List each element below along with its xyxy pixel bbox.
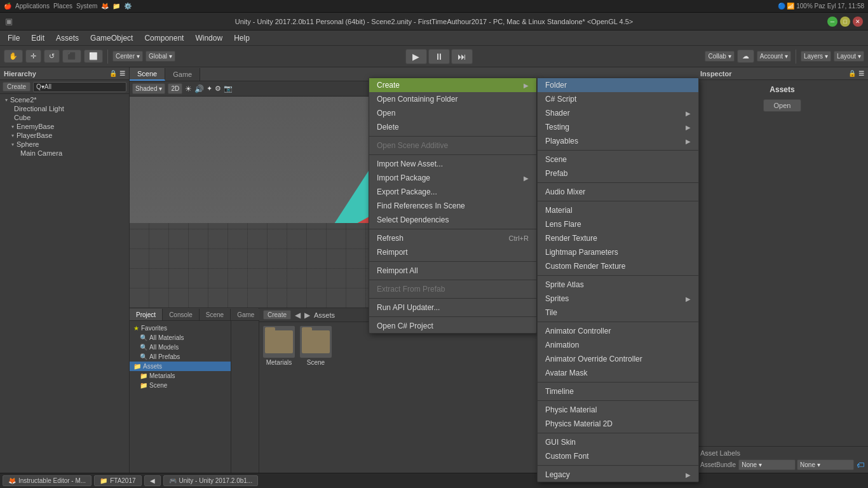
ctx-tile[interactable]: Tile bbox=[538, 306, 698, 320]
ctx-reimport-all[interactable]: Reimport All bbox=[369, 264, 536, 278]
ctx-refresh-shortcut: Ctrl+R bbox=[509, 234, 529, 242]
ctx-import-package-arrow-icon: ▶ bbox=[524, 175, 529, 182]
create-sep7 bbox=[538, 400, 698, 401]
ctx-animation-label: Animation bbox=[545, 341, 579, 349]
ctx-open-csharp-label: Open C# Project bbox=[377, 322, 433, 330]
ctx-playables-arrow-icon: ▶ bbox=[686, 138, 691, 145]
ctx-gui-skin[interactable]: GUI Skin bbox=[538, 435, 698, 449]
ctx-physics-material-2d[interactable]: Physics Material 2D bbox=[538, 417, 698, 431]
ctx-tile-label: Tile bbox=[545, 308, 557, 317]
ctx-physic-material[interactable]: Physic Material bbox=[538, 403, 698, 417]
ctx-folder-label: Folder bbox=[545, 81, 567, 90]
ctx-animator-ctrl-label: Animator Controller bbox=[545, 327, 611, 336]
ctx-delete-label: Delete bbox=[377, 123, 399, 132]
ctx-render-texture-label: Render Texture bbox=[545, 234, 597, 243]
ctx-testing-label: Testing bbox=[545, 123, 569, 132]
create-sep4 bbox=[538, 275, 698, 276]
ctx-sprites[interactable]: Sprites ▶ bbox=[538, 292, 698, 306]
ctx-csharp-script[interactable]: C# Script bbox=[538, 92, 698, 106]
ctx-sep3 bbox=[369, 229, 536, 229]
ctx-extract-label: Extract From Prefab bbox=[377, 285, 445, 294]
ctx-gui-skin-label: GUI Skin bbox=[545, 438, 576, 447]
ctx-custom-render-texture[interactable]: Custom Render Texture bbox=[538, 259, 698, 273]
ctx-select-dependencies[interactable]: Select Dependencies bbox=[369, 213, 536, 227]
ctx-import-new-label: Import New Asset... bbox=[377, 159, 443, 168]
ctx-animator-controller[interactable]: Animator Controller bbox=[538, 324, 698, 338]
ctx-open-scene-label: Open Scene Additive bbox=[377, 141, 448, 150]
ctx-prefab-label: Prefab bbox=[545, 169, 567, 178]
ctx-animator-override-label: Animator Override Controller bbox=[545, 355, 642, 363]
ctx-find-references[interactable]: Find References In Scene bbox=[369, 199, 536, 213]
ctx-sprite-atlas-label: Sprite Atlas bbox=[545, 280, 584, 289]
ctx-lightmap-label: Lightmap Parameters bbox=[545, 248, 618, 257]
ctx-sprite-atlas[interactable]: Sprite Atlas bbox=[538, 278, 698, 292]
create-sep9 bbox=[538, 465, 698, 466]
ctx-avatar-mask-label: Avatar Mask bbox=[545, 369, 587, 377]
ctx-shader-arrow-icon: ▶ bbox=[686, 110, 691, 117]
ctx-audio-mixer-label: Audio Mixer bbox=[545, 187, 585, 196]
ctx-legacy-arrow-icon: ▶ bbox=[686, 471, 691, 478]
ctx-extract-from-prefab: Extract From Prefab bbox=[369, 282, 536, 296]
ctx-playables[interactable]: Playables ▶ bbox=[538, 134, 698, 148]
ctx-timeline-label: Timeline bbox=[545, 387, 574, 396]
ctx-sep7 bbox=[369, 316, 536, 317]
ctx-sprites-label: Sprites bbox=[545, 294, 569, 303]
ctx-run-api-updater[interactable]: Run API Updater... bbox=[369, 301, 536, 315]
ctx-import-new-asset[interactable]: Import New Asset... bbox=[369, 157, 536, 171]
ctx-legacy[interactable]: Legacy ▶ bbox=[538, 468, 698, 482]
ctx-folder[interactable]: Folder bbox=[538, 78, 698, 92]
ctx-audio-mixer[interactable]: Audio Mixer bbox=[538, 185, 698, 199]
ctx-select-deps-label: Select Dependencies bbox=[377, 215, 449, 224]
ctx-animator-override[interactable]: Animator Override Controller bbox=[538, 352, 698, 366]
ctx-open-containing-label: Open Containing Folder bbox=[377, 95, 458, 104]
ctx-open-containing-folder[interactable]: Open Containing Folder bbox=[369, 92, 536, 106]
ctx-render-texture[interactable]: Render Texture bbox=[538, 231, 698, 245]
ctx-physics-2d-label: Physics Material 2D bbox=[545, 419, 613, 428]
ctx-avatar-mask[interactable]: Avatar Mask bbox=[538, 366, 698, 380]
ctx-run-api-label: Run API Updater... bbox=[377, 303, 440, 312]
ctx-scene[interactable]: Scene bbox=[538, 152, 698, 166]
ctx-custom-render-label: Custom Render Texture bbox=[545, 262, 626, 271]
ctx-sep5 bbox=[369, 280, 536, 280]
ctx-find-references-label: Find References In Scene bbox=[377, 201, 465, 210]
ctx-open[interactable]: Open bbox=[369, 106, 536, 120]
ctx-reimport[interactable]: Reimport bbox=[369, 245, 536, 259]
create-sep1 bbox=[538, 150, 698, 151]
ctx-scene-label: Scene bbox=[545, 155, 567, 164]
ctx-playables-label: Playables bbox=[545, 137, 578, 146]
ctx-sprites-arrow-icon: ▶ bbox=[686, 295, 691, 302]
ctx-create-arrow-icon: ▶ bbox=[524, 82, 529, 89]
ctx-sep1 bbox=[369, 136, 536, 137]
ctx-prefab[interactable]: Prefab bbox=[538, 166, 698, 180]
ctx-physic-material-label: Physic Material bbox=[545, 405, 597, 414]
ctx-lightmap-parameters[interactable]: Lightmap Parameters bbox=[538, 245, 698, 259]
ctx-testing[interactable]: Testing ▶ bbox=[538, 120, 698, 134]
ctx-create[interactable]: Create ▶ bbox=[369, 78, 536, 92]
ctx-delete[interactable]: Delete bbox=[369, 120, 536, 134]
ctx-import-package[interactable]: Import Package ▶ bbox=[369, 171, 536, 185]
ctx-export-package[interactable]: Export Package... bbox=[369, 185, 536, 199]
ctx-sep4 bbox=[369, 261, 536, 262]
ctx-testing-arrow-icon: ▶ bbox=[686, 124, 691, 131]
ctx-material-label: Material bbox=[545, 206, 573, 215]
ctx-reimport-label: Reimport bbox=[377, 248, 408, 257]
ctx-sep6 bbox=[369, 298, 536, 299]
ctx-refresh[interactable]: Refresh Ctrl+R bbox=[369, 231, 536, 245]
ctx-legacy-label: Legacy bbox=[545, 470, 570, 479]
ctx-lens-flare[interactable]: Lens Flare bbox=[538, 217, 698, 231]
create-sep3 bbox=[538, 201, 698, 201]
ctx-custom-font[interactable]: Custom Font bbox=[538, 449, 698, 463]
ctx-lens-flare-label: Lens Flare bbox=[545, 220, 581, 229]
ctx-timeline[interactable]: Timeline bbox=[538, 384, 698, 398]
ctx-import-package-label: Import Package bbox=[377, 173, 430, 182]
ctx-shader[interactable]: Shader ▶ bbox=[538, 106, 698, 120]
ctx-open-csharp-project[interactable]: Open C# Project bbox=[369, 319, 536, 333]
ctx-open-label: Open bbox=[377, 109, 395, 118]
create-sep5 bbox=[538, 322, 698, 322]
ctx-animation[interactable]: Animation bbox=[538, 338, 698, 352]
create-sep6 bbox=[538, 382, 698, 383]
ctx-material[interactable]: Material bbox=[538, 203, 698, 217]
assets-context-menu: Create ▶ Open Containing Folder Open Del… bbox=[369, 78, 537, 334]
ctx-export-package-label: Export Package... bbox=[377, 187, 437, 196]
ctx-open-scene-additive: Open Scene Additive bbox=[369, 139, 536, 152]
